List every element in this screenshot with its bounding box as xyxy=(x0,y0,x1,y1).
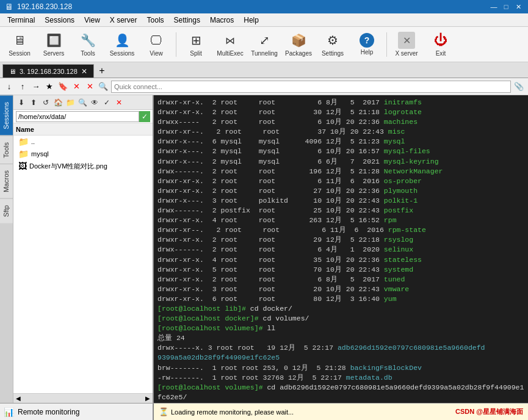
terminal-line: drwxr-xr--. 2 root root 6 11月 6 2016 rpm… xyxy=(157,225,524,235)
maximize-button[interactable]: □ xyxy=(501,2,511,12)
file-name: Docker与VM性能对比.png xyxy=(29,162,107,171)
terminal-line: drwxr-xr-x. 2 root root 6 8月 5 2017 tune… xyxy=(157,275,524,284)
menu-sessions[interactable]: Sessions xyxy=(40,15,79,26)
terminal-line: 9399a5a02db28f9f44909e1fc62e5 xyxy=(157,353,524,363)
sessions-icon: 👤 xyxy=(114,32,131,49)
terminal-line: drwxr-xr-x. 2 root root 6 11月 6 2016 os-… xyxy=(157,176,524,186)
session-button[interactable]: 🖥 Session xyxy=(4,29,35,60)
side-tabs-left: Sessions Tools Macros Sftp xyxy=(0,95,13,403)
qc-icon-3[interactable]: → xyxy=(31,81,42,92)
file-panel: ⬇ ⬆ ↺ 🏠 📁 🔍 👁 ✓ ✕ ✓ Name 📁 .. 📁 mysql xyxy=(13,95,154,403)
menu-bar: Terminal Sessions View X server Tools Se… xyxy=(0,13,528,27)
qc-icon-1[interactable]: ↓ xyxy=(4,81,15,92)
terminal-output: 总量 24 xyxy=(157,333,524,343)
qc-icon-4[interactable]: ★ xyxy=(44,81,55,92)
fp-btn-down[interactable]: ⬇ xyxy=(16,97,27,108)
menu-tools[interactable]: Tools xyxy=(142,15,169,26)
terminal-line: -rw-------. 1 root root 32768 12月 5 22:1… xyxy=(157,373,524,383)
settings-icon: ⚙ xyxy=(324,32,341,49)
fp-btn-filter[interactable]: 🔍 xyxy=(77,97,88,108)
terminal-line: drwxr-xr-x. 2 root root 27 10月 20 22:36 … xyxy=(157,186,524,196)
side-tab-sessions[interactable]: Sessions xyxy=(0,95,13,136)
image-icon: 🖼 xyxy=(18,161,27,171)
packages-button[interactable]: 📦 Packages xyxy=(283,29,314,60)
fp-scroll-right[interactable]: ▶ xyxy=(145,395,150,402)
terminal-line: drwx-----x. 3 root root 19 12月 5 22:17 a… xyxy=(157,343,524,353)
toolbar-sep-1 xyxy=(176,32,176,57)
tunneling-button[interactable]: ⤢ Tunneling xyxy=(248,29,280,60)
sessions-button[interactable]: 👤 Sessions xyxy=(106,29,138,60)
servers-icon: 🔲 xyxy=(45,32,62,49)
title-bar-left: 🖥 192.168.230.128 xyxy=(5,2,72,12)
menu-xserver[interactable]: X server xyxy=(105,15,142,26)
path-confirm-button[interactable]: ✓ xyxy=(139,111,150,122)
minimize-button[interactable]: — xyxy=(489,2,499,12)
terminal-line: drwxr-xr-x. 2 root root 30 12月 5 21:18 l… xyxy=(157,107,524,117)
quick-connect-input[interactable] xyxy=(111,81,511,93)
folder-up-icon: 📁 xyxy=(18,137,29,147)
qc-icon-8[interactable]: 🔍 xyxy=(98,81,109,92)
view-button[interactable]: 🖵 View xyxy=(140,29,172,60)
menu-macros[interactable]: Macros xyxy=(205,15,239,26)
qc-icon-6[interactable]: ✕ xyxy=(71,81,82,92)
split-icon: ⊞ xyxy=(187,32,204,49)
tab-close-icon[interactable]: ✕ xyxy=(81,67,87,76)
tools-button[interactable]: 🔧 Tools xyxy=(72,29,104,60)
terminal-panel[interactable]: drwxr-xr-x. 2 root root 6 8月 5 2017 init… xyxy=(154,95,528,403)
list-item[interactable]: 🖼 Docker与VM性能对比.png xyxy=(13,160,153,172)
split-button[interactable]: ⊞ Split xyxy=(180,29,212,60)
toolbar: 🖥 Session 🔲 Servers 🔧 Tools 👤 Sessions 🖵… xyxy=(0,27,528,62)
menu-settings[interactable]: Settings xyxy=(169,15,205,26)
terminal-line: drwx------. 2 root root 6 4月 1 2020 seli… xyxy=(157,245,524,255)
terminal-line: drwxr-xr-x. 4 root root 35 10月 20 22:36 … xyxy=(157,255,524,265)
terminal-command: [root@localhost docker]# cd volumes/ xyxy=(157,314,524,324)
help-button[interactable]: ? Help xyxy=(351,29,383,60)
fp-btn-home[interactable]: 🏠 xyxy=(52,97,63,108)
exit-icon: ⏻ xyxy=(432,32,449,49)
xserver-button[interactable]: ✕ X server xyxy=(391,29,422,60)
servers-button[interactable]: 🔲 Servers xyxy=(38,29,70,60)
path-input[interactable] xyxy=(16,111,139,122)
fp-btn-delete[interactable]: ✕ xyxy=(114,97,125,108)
path-bar: ✓ xyxy=(13,110,153,123)
fp-btn-folder[interactable]: 📁 xyxy=(65,97,76,108)
loading-text: Loading remote monitoring, please wait..… xyxy=(171,408,294,416)
list-item[interactable]: 📁 mysql xyxy=(13,148,153,160)
fp-btn-refresh[interactable]: ↺ xyxy=(40,97,51,108)
multiexec-button[interactable]: ⋈ MultiExec xyxy=(214,29,246,60)
settings-button[interactable]: ⚙ Settings xyxy=(317,29,349,60)
fp-btn-up[interactable]: ⬆ xyxy=(28,97,39,108)
terminal-command: [root@localhost adb6296d1592e0797c680981… xyxy=(157,402,524,403)
tab-new-button[interactable]: + xyxy=(95,64,109,78)
list-item[interactable]: 📁 .. xyxy=(13,136,153,148)
bottom-bar: 📊 Remote monitoring ⏳ Loading remote mon… xyxy=(0,403,528,420)
file-panel-scrollbar[interactable]: ◀ ▶ xyxy=(13,393,153,403)
qc-icon-7[interactable]: ✕ xyxy=(84,81,95,92)
toolbar-sep-2 xyxy=(386,32,387,57)
fp-btn-mark[interactable]: ✓ xyxy=(101,97,112,108)
side-tab-sftp[interactable]: Sftp xyxy=(0,198,13,223)
csdn-watermark: CSDN @星星铺满海面 xyxy=(455,407,523,416)
qc-icon-5[interactable]: 🔖 xyxy=(57,81,68,92)
menu-help[interactable]: Help xyxy=(239,15,264,26)
close-button[interactable]: ✕ xyxy=(513,2,523,12)
menu-terminal[interactable]: Terminal xyxy=(2,15,40,26)
menu-view[interactable]: View xyxy=(79,15,105,26)
file-name: .. xyxy=(31,138,35,145)
qc-icon-9[interactable]: 📎 xyxy=(513,81,524,92)
exit-button[interactable]: ⏻ Exit xyxy=(425,29,457,60)
fp-scroll-left[interactable]: ◀ xyxy=(16,395,21,402)
qc-icon-2[interactable]: ↑ xyxy=(17,81,28,92)
fp-btn-hide[interactable]: 👁 xyxy=(89,97,100,108)
packages-icon: 📦 xyxy=(290,32,307,49)
multiexec-icon: ⋈ xyxy=(222,32,239,49)
tab-icon: 🖥 xyxy=(9,68,16,75)
side-tab-macros[interactable]: Macros xyxy=(0,164,13,198)
terminal-line: drwxr-xr-x. 4 root root 263 12月 5 16:52 … xyxy=(157,215,524,225)
tab-session[interactable]: 🖥 3. 192.168.230.128 ✕ xyxy=(2,64,94,78)
terminal-line: drwxr-xr-x. 3 root root 20 10月 20 22:43 … xyxy=(157,284,524,294)
side-tab-tools[interactable]: Tools xyxy=(0,136,13,164)
title-bar-controls[interactable]: — □ ✕ xyxy=(489,2,523,12)
file-name: mysql xyxy=(31,150,49,158)
terminal-line: drwxr-xr-x. 2 root root 29 12月 5 22:18 r… xyxy=(157,235,524,245)
